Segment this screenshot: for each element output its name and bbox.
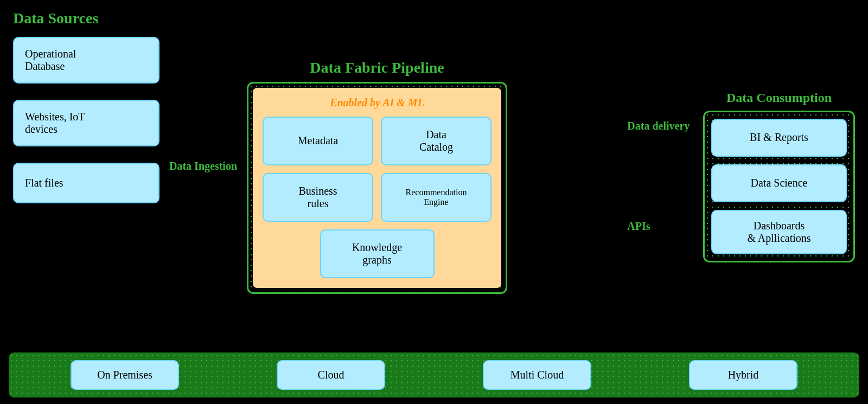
ingestion-arrow: › <box>201 176 206 193</box>
data-consumption-column: Data Consumption BI & Reports Data Scien… <box>703 91 855 262</box>
bottom-box-onpremises: On Premises <box>71 360 179 390</box>
bottom-box-multicloud: Multi Cloud <box>483 360 591 390</box>
data-ingestion-label: Data Ingestion › <box>169 160 237 193</box>
source-box-websites: Websites, IoT devices <box>13 100 159 146</box>
right-section: Data delivery › APIs › Data Consumption … <box>617 10 855 343</box>
delivery-item-1: APIs › <box>627 219 698 235</box>
pipeline-box-businessrules: Business rules <box>263 173 373 222</box>
consumption-box-datascience: Data Science <box>711 164 847 202</box>
pipeline-wrapper: Data Fabric Pipeline Enabled by AI & ML … <box>247 59 507 294</box>
pipeline-outer: Enabled by AI & ML Metadata Data Catalog… <box>247 82 507 294</box>
delivery-arrow-1: › <box>654 219 659 235</box>
delivery-arrow-0: › <box>693 118 698 134</box>
data-sources-title: Data Sources <box>13 10 159 27</box>
pipeline-box-metadata: Metadata <box>263 117 373 165</box>
source-box-operational: Operational Database <box>13 37 159 84</box>
pipeline-title: Data Fabric Pipeline <box>310 59 444 76</box>
apis-label: APIs <box>627 220 650 233</box>
pipeline-box-knowledge: Knowledge graphs <box>320 229 435 278</box>
main-container: Data Sources Operational Database Websit… <box>0 0 868 404</box>
pipeline-grid: Metadata Data Catalog Business rules Rec… <box>263 117 492 222</box>
data-delivery-label: Data delivery <box>627 120 690 132</box>
consumption-box-dashboards: Dashboards & Apllications <box>711 210 847 254</box>
delivery-labels: Data delivery › APIs › <box>627 76 698 277</box>
delivery-item-0: Data delivery › <box>627 118 698 134</box>
source-box-flatfiles: Flat files <box>13 163 159 203</box>
ai-ml-label: Enabled by AI & ML <box>330 97 424 109</box>
consumption-outer: BI & Reports Data Science Dashboards & A… <box>703 111 855 262</box>
consumption-box-bi: BI & Reports <box>711 119 847 157</box>
ingestion-wrapper: Data Ingestion › <box>165 160 241 193</box>
top-section: Data Sources Operational Database Websit… <box>0 0 868 349</box>
bottom-box-hybrid: Hybrid <box>689 360 797 390</box>
data-sources-column: Data Sources Operational Database Websit… <box>13 10 159 343</box>
data-consumption-title: Data Consumption <box>703 91 855 105</box>
pipeline-box-recommendation: Recommendation Engine <box>381 173 492 222</box>
middle-section: Data Ingestion › Data Fabric Pipeline En… <box>159 10 617 343</box>
pipeline-box-datacatalog: Data Catalog <box>381 117 492 165</box>
pipeline-inner: Enabled by AI & ML Metadata Data Catalog… <box>253 88 501 288</box>
bottom-section: On Premises Cloud Multi Cloud Hybrid <box>9 352 859 397</box>
bottom-box-cloud: Cloud <box>277 360 385 390</box>
